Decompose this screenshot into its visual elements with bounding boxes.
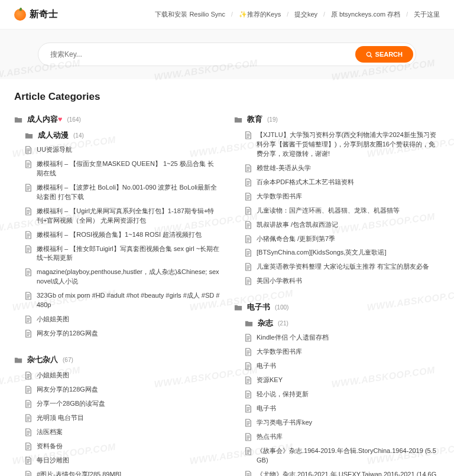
item-text: 儿童读物：国产连环画、机器猫、龙珠、机器猫等	[257, 206, 400, 216]
item-text: 法医档案	[37, 428, 63, 437]
item-text: 嫩模福利 – 【推女郎Tuigirl】写真套图视频合集 sex girl ~长期…	[37, 244, 220, 263]
category-block: 杂七杂八 (67)小姐姐美图网友分享的128G网盘分享一个28GB的读写盘光明顶…	[14, 355, 220, 476]
document-icon	[25, 330, 32, 338]
list-item[interactable]: 资源KEY	[245, 376, 440, 385]
subcategory-header[interactable]: 杂志 (21)	[245, 318, 440, 328]
list-item[interactable]: 电子书	[245, 361, 440, 371]
nav-about[interactable]: 关于这里	[414, 10, 440, 19]
orange-icon	[14, 9, 26, 21]
list-item[interactable]: 赖世雄-美语从头学	[245, 164, 440, 173]
item-text: 热点书库	[257, 432, 283, 442]
search-input[interactable]	[50, 50, 355, 58]
item-list: Kindle伴侣 个人遗留存档大学数学图书库电子书资源KEY轻小说，保持更新电子…	[245, 333, 440, 476]
list-item[interactable]: 小姐姐美图	[25, 371, 220, 380]
list-item[interactable]: 【XJTLU】大学预习资料分享(西交利物浦大学2024新生预习资料分享【酱酱干货…	[245, 131, 440, 159]
document-icon	[245, 207, 252, 215]
nav-archive[interactable]: 原 btsynckeys.com 存档	[331, 10, 400, 19]
star-icon: ✨	[239, 11, 247, 18]
svg-line-1	[370, 56, 372, 57]
list-item[interactable]: 电子书	[245, 404, 440, 413]
item-text: #图片-表情包分享[285.89MB]	[37, 470, 121, 476]
item-list: UU资源导航嫩模福利 – 【假面女皇MASKED QUEEN】 1~25 极品合…	[25, 145, 220, 338]
list-item[interactable]: 小猪佩奇合集 /更新到第7季	[245, 234, 440, 244]
nav-download[interactable]: 下载和安装 Resilio Sync	[155, 10, 225, 19]
category-header[interactable]: 杂七杂八 (67)	[14, 355, 220, 365]
logo[interactable]: 新奇士	[14, 8, 58, 21]
category-count: (100)	[275, 304, 288, 311]
item-text: 资源KEY	[257, 376, 283, 385]
heart-icon: ♥	[58, 115, 62, 123]
header: 新奇士 下载和安装 Resilio Sync / ✨推荐的Keys / 提交ke…	[0, 0, 454, 30]
list-item[interactable]: 热点书库	[245, 432, 440, 442]
search-button[interactable]: SEARCH	[355, 46, 413, 63]
list-item[interactable]: 323Gb of mix porn #HD #adult #hot #beaut…	[25, 291, 220, 310]
list-item[interactable]: 嫩模福利 – 【推女郎Tuigirl】写真套图视频合集 sex girl ~长期…	[25, 244, 220, 263]
list-item[interactable]: 儿童读物：国产连环画、机器猫、龙珠、机器猫等	[245, 206, 440, 216]
document-icon	[245, 433, 252, 441]
list-item[interactable]: 网友分享的128G网盘	[25, 385, 220, 395]
folder-icon	[234, 116, 242, 124]
category-header[interactable]: 成人内容♥ (164)	[14, 115, 220, 125]
document-icon	[245, 390, 252, 399]
document-icon	[245, 405, 252, 413]
list-item[interactable]: 小姐姐美图	[25, 315, 220, 324]
list-item[interactable]: 《尤物》杂志.2016-2021.年.USEXY.Taiwan.2016-202…	[245, 470, 440, 476]
list-item[interactable]: UU资源导航	[25, 145, 220, 155]
list-item[interactable]: 《故事会》杂志.1964-2019.年合辑.StoryChina.1964-20…	[245, 446, 440, 465]
list-item[interactable]: magazine(playboy,penthouse,hustler，成人杂志)…	[25, 268, 220, 286]
search-bar: SEARCH	[38, 43, 416, 66]
nav-submit[interactable]: 提交key	[294, 10, 317, 19]
list-item[interactable]: 大学数学图书库	[245, 347, 440, 357]
subcategory-name: 杂志	[258, 318, 273, 328]
document-icon	[25, 471, 32, 476]
item-text: 大学数学图书库	[257, 192, 302, 201]
subcategory-header[interactable]: 成人动漫 (14)	[25, 131, 220, 141]
list-item[interactable]: 凯叔讲故事 /包含凯叔西游记	[245, 220, 440, 230]
list-item[interactable]: 资料备份	[25, 442, 220, 451]
document-icon	[25, 146, 32, 154]
list-item[interactable]: 儿童英语教学资料整理 大家论坛版主推荐 有宝宝的朋友必备	[245, 262, 440, 272]
document-icon	[25, 428, 32, 436]
item-list: 【XJTLU】大学预习资料分享(西交利物浦大学2024新生预习资料分享【酱酱干货…	[245, 131, 440, 286]
item-text: 儿童英语教学资料整理 大家论坛版主推荐 有宝宝的朋友必备	[257, 262, 429, 272]
list-item[interactable]: 嫩模福利 – 【波萝社 BoLoli】No.001-090 波萝社 BoLoli…	[25, 183, 220, 202]
list-item[interactable]: [BTSynChina.com][KidsSongs,英文儿童歌谣]	[245, 248, 440, 257]
nav-keys[interactable]: 推荐的Keys	[247, 11, 281, 18]
category-header[interactable]: 教育 (19)	[234, 115, 440, 125]
document-icon	[25, 442, 32, 451]
list-item[interactable]: 嫩模福利 – 【ROSI视频合集】1~148 ROSI 超清视频打包	[25, 230, 220, 240]
category-columns: 成人内容♥ (164)成人动漫 (14)UU资源导航嫩模福利 – 【假面女皇MA…	[14, 115, 440, 476]
list-item[interactable]: 每日沙雕图	[25, 456, 220, 465]
list-item[interactable]: 美国小学教科书	[245, 276, 440, 286]
item-text: 每日沙雕图	[37, 456, 69, 465]
list-item[interactable]: 百余本PDF格式木工木艺书籍资料	[245, 178, 440, 187]
list-item[interactable]: 学习类电子书库key	[245, 418, 440, 428]
document-icon	[245, 178, 252, 187]
list-item[interactable]: 嫩模福利 – 【假面女皇MASKED QUEEN】 1~25 极品合集 长期在线	[25, 159, 220, 178]
subcategory-count: (21)	[278, 320, 288, 327]
list-item[interactable]: 嫩模福利 – 【Ugirl尤果网写真系列全集打包】1-187期专辑+特刊+官网视…	[25, 207, 220, 226]
list-item[interactable]: 分享一个28GB的读写盘	[25, 399, 220, 409]
list-item[interactable]: 光明顶 电台节目	[25, 413, 220, 423]
document-icon	[25, 245, 32, 253]
item-text: 学习类电子书库key	[257, 418, 312, 428]
nav-sep: /	[231, 11, 233, 18]
item-text: 网友分享的128G网盘	[37, 385, 98, 395]
item-text: 百余本PDF格式木工木艺书籍资料	[257, 178, 354, 187]
nav-keys-wrap[interactable]: ✨推荐的Keys	[239, 10, 281, 19]
list-item[interactable]: 网友分享的128G网盘	[25, 329, 220, 338]
category-count: (67)	[63, 357, 73, 363]
list-item[interactable]: #图片-表情包分享[285.89MB]	[25, 470, 220, 476]
category-header[interactable]: 电子书 (100)	[234, 302, 440, 312]
item-text: 赖世雄-美语从头学	[257, 164, 311, 173]
list-item[interactable]: 法医档案	[25, 428, 220, 437]
list-item[interactable]: 大学数学图书库	[245, 192, 440, 201]
document-icon	[25, 400, 32, 408]
category-count: (19)	[267, 116, 278, 123]
document-icon	[245, 249, 252, 257]
item-text: 嫩模福利 – 【ROSI视频合集】1~148 ROSI 超清视频打包	[37, 230, 202, 240]
list-item[interactable]: Kindle伴侣 个人遗留存档	[245, 333, 440, 343]
item-text: 嫩模福利 – 【假面女皇MASKED QUEEN】 1~25 极品合集 长期在线	[37, 159, 220, 178]
list-item[interactable]: 轻小说，保持更新	[245, 390, 440, 399]
document-icon	[245, 348, 252, 356]
